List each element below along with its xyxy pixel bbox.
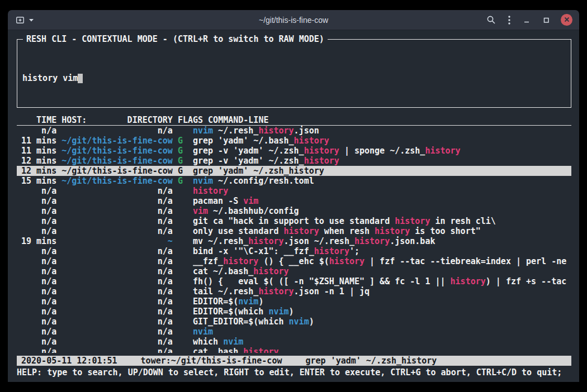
table-row[interactable]: n/an/afh() { eval $( ([ -n "$ZSH_NAME" ]… [17,276,571,286]
command-segment: history [294,136,329,146]
row-flags [178,266,188,276]
command-segment: in resh cli\ [430,216,495,226]
row-flags [178,317,188,327]
table-row[interactable]: n/an/abind -x '"\C-x1": __fzf_history'; [17,246,571,256]
row-command: nvim [193,327,571,337]
table-row[interactable]: n/an/aonly use standard history when res… [17,226,571,236]
row-flags: G [178,136,188,146]
row-host: n/a [61,256,173,266]
status-location: tower:~/git/this-is-fine-cow [141,356,282,366]
command-segment: GIT_EDITOR=$(which [193,317,289,327]
row-time: 12 mins [21,166,56,176]
status-command: grep 'yadm' ~/.zsh_history [305,356,437,366]
row-command: grep -v 'yadm' ~/.zsh_history | sponge ~… [193,146,571,156]
row-flags [178,307,188,317]
row-time: 15 mins [21,176,56,186]
row-host: ~/git/this-is-fine-cow [61,156,173,166]
command-segment: git ca "hack in support to use standard [193,216,395,226]
row-time: n/a [21,266,56,276]
row-host: n/a [61,126,173,136]
row-command: GIT_EDITOR=$(which nvim) [193,317,571,327]
row-flags [178,337,188,347]
command-segment: history [223,256,258,266]
row-host: n/a [61,196,173,206]
row-host: n/a [61,266,173,276]
row-time: n/a [21,297,56,307]
table-row[interactable]: n/an/acat .bash_history [17,347,571,353]
table-row[interactable]: n/an/ahistory [17,186,571,196]
history-table: TIME HOST:DIRECTORY FLAGS COMMAND-LINE n… [17,115,571,353]
table-row[interactable]: n/an/avim ~/.bashhub/config [17,206,571,216]
row-flags: G [178,176,188,186]
row-command: mv ~/.resh_history.json ~/.resh_history.… [193,236,571,246]
row-flags [178,196,188,206]
minimize-button[interactable] [522,15,532,25]
row-flags [178,236,188,246]
row-flags [178,256,188,266]
row-command: grep 'yadm' ~/.zsh_history [193,166,571,176]
command-segment: | fzf --tac --tiebreak=index | perl -ne [364,256,566,266]
row-time: n/a [21,276,56,286]
table-row[interactable]: n/an/atail ~/.resh_history.json -n 1 | j… [17,286,571,297]
command-segment: history [248,236,283,246]
row-time: n/a [21,317,56,327]
row-command: cat ~/.bash_history [193,266,571,276]
status-datetime: 2020-05-11 12:01:51 [21,356,117,366]
row-time: 19 mins [21,236,56,246]
table-row[interactable]: n/an/anvim [17,327,571,337]
close-button[interactable] [561,14,572,26]
command-segment: ~/.bashhub/config [208,206,299,216]
restore-button[interactable] [541,15,551,25]
row-flags [178,206,188,216]
command-segment: history [314,246,349,256]
profile-dropdown-button[interactable] [27,17,35,23]
titlebar-right-actions [485,14,572,26]
row-command: pacman -S vim [193,196,571,206]
command-segment: history [425,146,460,156]
row-host: ~ [61,236,173,246]
table-row[interactable]: n/an/agit ca "hack in support to use sta… [17,216,571,226]
command-segment: history [354,236,390,246]
row-flags [178,327,188,337]
table-row[interactable]: 11 mins~/git/this-is-fine-cowGgrep 'yadm… [17,136,571,146]
row-host: n/a [61,317,173,327]
table-row[interactable]: 15 mins~/git/this-is-fine-cowGnvim ~/.co… [17,176,571,186]
row-flags [178,186,188,196]
menu-button[interactable] [506,14,512,26]
table-row[interactable]: n/an/a__fzf_history () { __ehc $(history… [17,256,571,266]
table-row[interactable]: 12 mins~/git/this-is-fine-cowGgrep -v 'y… [17,156,571,166]
table-row[interactable]: n/an/anvim ~/.resh_history.json [17,126,571,136]
table-row[interactable]: 12 mins~/git/this-is-fine-cowGgrep 'yadm… [17,166,571,176]
table-row[interactable]: n/an/apacman -S vim [17,196,571,206]
header-directory: DIRECTORY [127,115,173,125]
close-icon [564,16,570,24]
row-time: 12 mins [21,156,56,166]
command-segment: history [243,347,278,353]
command-segment: ) | fzf +s --tac [486,276,567,286]
table-row[interactable]: 11 mins~/git/this-is-fine-cowGgrep -v 'y… [17,146,571,156]
table-row[interactable]: n/an/awhich nvim [17,337,571,347]
command-segment: history [253,266,288,276]
row-flags: G [178,166,188,176]
command-segment: '; [349,246,359,256]
command-segment: history [329,256,364,266]
table-row[interactable]: 19 mins~mv ~/.resh_history.json ~/.resh_… [17,236,571,246]
row-command: git ca "hack in support to use standard … [193,216,571,226]
row-time: n/a [21,327,56,337]
row-host: n/a [61,276,173,286]
table-row[interactable]: n/an/aEDITOR=$(nvim) [17,297,571,307]
command-segment: ) [289,307,294,317]
table-row[interactable]: n/an/acat ~/.bash_history [17,266,571,276]
row-host: n/a [61,286,173,297]
command-segment: | sponge ~/.zsh_ [339,146,425,156]
header-host: HOST: [61,115,87,125]
search-button[interactable] [485,14,497,26]
row-host: n/a [61,246,173,256]
table-row[interactable]: n/an/aEDITOR=$(which nvim) [17,307,571,317]
search-input[interactable]: history vim [22,73,566,83]
table-row[interactable]: n/an/aGIT_EDITOR=$(which nvim) [17,317,571,327]
row-flags [178,216,188,226]
row-time: n/a [21,206,56,216]
new-tab-button[interactable] [15,15,26,26]
command-segment: grep 'yadm' ~/.bash_ [193,136,294,146]
